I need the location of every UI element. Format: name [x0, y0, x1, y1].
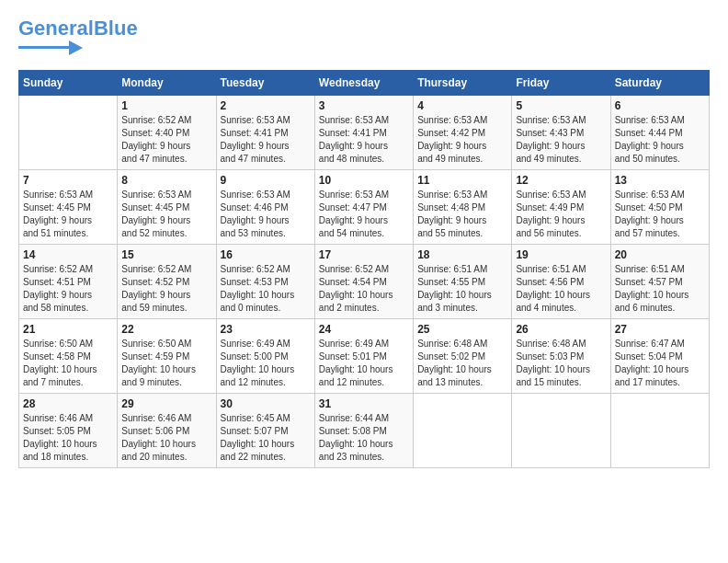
calendar-cell: 16Sunrise: 6:52 AM Sunset: 4:53 PM Dayli… [216, 245, 314, 319]
day-info: Sunrise: 6:46 AM Sunset: 5:06 PM Dayligh… [121, 412, 211, 464]
calendar-cell: 10Sunrise: 6:53 AM Sunset: 4:47 PM Dayli… [314, 170, 413, 245]
calendar-cell: 31Sunrise: 6:44 AM Sunset: 5:08 PM Dayli… [314, 394, 413, 468]
day-of-week-header: Sunday [19, 71, 118, 96]
day-number: 17 [319, 248, 409, 261]
calendar-cell [19, 96, 118, 170]
day-info: Sunrise: 6:53 AM Sunset: 4:41 PM Dayligh… [319, 114, 409, 166]
day-info: Sunrise: 6:53 AM Sunset: 4:46 PM Dayligh… [221, 189, 311, 240]
calendar-cell: 18Sunrise: 6:51 AM Sunset: 4:55 PM Dayli… [414, 245, 512, 319]
day-of-week-header: Saturday [610, 71, 709, 96]
day-number: 28 [23, 397, 113, 410]
calendar-body: 1Sunrise: 6:52 AM Sunset: 4:40 PM Daylig… [19, 96, 710, 468]
calendar-cell: 13Sunrise: 6:53 AM Sunset: 4:50 PM Dayli… [610, 170, 709, 245]
day-info: Sunrise: 6:48 AM Sunset: 5:03 PM Dayligh… [516, 338, 606, 389]
calendar-cell [414, 394, 512, 468]
calendar-cell [512, 394, 610, 468]
day-number: 5 [516, 99, 606, 112]
day-info: Sunrise: 6:44 AM Sunset: 5:08 PM Dayligh… [319, 412, 409, 464]
calendar-cell: 22Sunrise: 6:50 AM Sunset: 4:59 PM Dayli… [118, 319, 216, 394]
day-number: 19 [516, 248, 606, 261]
logo-general: General [18, 17, 94, 40]
day-info: Sunrise: 6:51 AM Sunset: 4:55 PM Dayligh… [417, 263, 507, 315]
day-info: Sunrise: 6:49 AM Sunset: 5:01 PM Dayligh… [319, 338, 409, 389]
day-of-week-header: Friday [512, 71, 610, 96]
day-info: Sunrise: 6:53 AM Sunset: 4:45 PM Dayligh… [121, 189, 211, 240]
day-number: 11 [417, 174, 507, 187]
day-info: Sunrise: 6:52 AM Sunset: 4:40 PM Dayligh… [121, 114, 211, 166]
logo-text: GeneralBlue [18, 18, 138, 39]
day-info: Sunrise: 6:46 AM Sunset: 5:05 PM Dayligh… [23, 412, 113, 464]
calendar-cell: 4Sunrise: 6:53 AM Sunset: 4:42 PM Daylig… [414, 96, 512, 170]
day-info: Sunrise: 6:53 AM Sunset: 4:45 PM Dayligh… [23, 189, 113, 240]
day-number: 12 [516, 174, 606, 187]
day-number: 18 [417, 248, 507, 261]
calendar-week-row: 21Sunrise: 6:50 AM Sunset: 4:58 PM Dayli… [19, 319, 710, 394]
calendar-cell: 1Sunrise: 6:52 AM Sunset: 4:40 PM Daylig… [118, 96, 216, 170]
calendar-cell: 2Sunrise: 6:53 AM Sunset: 4:41 PM Daylig… [216, 96, 314, 170]
day-info: Sunrise: 6:53 AM Sunset: 4:47 PM Dayligh… [319, 189, 409, 240]
calendar-cell: 5Sunrise: 6:53 AM Sunset: 4:43 PM Daylig… [512, 96, 610, 170]
calendar-cell: 14Sunrise: 6:52 AM Sunset: 4:51 PM Dayli… [19, 245, 118, 319]
calendar-cell: 17Sunrise: 6:52 AM Sunset: 4:54 PM Dayli… [314, 245, 413, 319]
calendar-cell: 12Sunrise: 6:53 AM Sunset: 4:49 PM Dayli… [512, 170, 610, 245]
calendar-cell: 25Sunrise: 6:48 AM Sunset: 5:02 PM Dayli… [414, 319, 512, 394]
day-info: Sunrise: 6:50 AM Sunset: 4:59 PM Dayligh… [121, 338, 211, 389]
day-number: 16 [221, 248, 311, 261]
calendar-week-row: 28Sunrise: 6:46 AM Sunset: 5:05 PM Dayli… [19, 394, 710, 468]
svg-rect-1 [18, 46, 72, 49]
day-info: Sunrise: 6:47 AM Sunset: 5:04 PM Dayligh… [615, 338, 705, 389]
day-number: 13 [615, 174, 705, 187]
day-number: 24 [319, 323, 409, 336]
day-number: 20 [615, 248, 705, 261]
day-info: Sunrise: 6:52 AM Sunset: 4:53 PM Dayligh… [221, 263, 311, 315]
day-info: Sunrise: 6:53 AM Sunset: 4:42 PM Dayligh… [417, 114, 507, 166]
calendar-cell: 26Sunrise: 6:48 AM Sunset: 5:03 PM Dayli… [512, 319, 610, 394]
calendar-cell: 11Sunrise: 6:53 AM Sunset: 4:48 PM Dayli… [414, 170, 512, 245]
day-info: Sunrise: 6:52 AM Sunset: 4:54 PM Dayligh… [319, 263, 409, 315]
day-number: 3 [319, 99, 409, 112]
calendar-cell: 29Sunrise: 6:46 AM Sunset: 5:06 PM Dayli… [118, 394, 216, 468]
day-number: 22 [121, 323, 211, 336]
logo-icon [18, 39, 83, 55]
calendar-week-row: 14Sunrise: 6:52 AM Sunset: 4:51 PM Dayli… [19, 245, 710, 319]
day-info: Sunrise: 6:53 AM Sunset: 4:50 PM Dayligh… [615, 189, 705, 240]
day-number: 6 [615, 99, 705, 112]
day-number: 21 [23, 323, 113, 336]
header-row: SundayMondayTuesdayWednesdayThursdayFrid… [19, 71, 710, 96]
day-number: 25 [417, 323, 507, 336]
day-number: 31 [319, 397, 409, 410]
day-of-week-header: Wednesday [314, 71, 413, 96]
day-info: Sunrise: 6:51 AM Sunset: 4:57 PM Dayligh… [615, 263, 705, 315]
logo-blue: Blue [94, 17, 138, 40]
day-info: Sunrise: 6:53 AM Sunset: 4:48 PM Dayligh… [417, 189, 507, 240]
calendar-cell: 28Sunrise: 6:46 AM Sunset: 5:05 PM Dayli… [19, 394, 118, 468]
day-number: 10 [319, 174, 409, 187]
calendar-cell: 19Sunrise: 6:51 AM Sunset: 4:56 PM Dayli… [512, 245, 610, 319]
calendar-cell: 7Sunrise: 6:53 AM Sunset: 4:45 PM Daylig… [19, 170, 118, 245]
day-info: Sunrise: 6:52 AM Sunset: 4:51 PM Dayligh… [23, 263, 113, 315]
day-info: Sunrise: 6:51 AM Sunset: 4:56 PM Dayligh… [516, 263, 606, 315]
day-number: 4 [417, 99, 507, 112]
day-info: Sunrise: 6:53 AM Sunset: 4:49 PM Dayligh… [516, 189, 606, 240]
day-info: Sunrise: 6:53 AM Sunset: 4:41 PM Dayligh… [221, 114, 311, 166]
calendar-cell: 23Sunrise: 6:49 AM Sunset: 5:00 PM Dayli… [216, 319, 314, 394]
day-info: Sunrise: 6:49 AM Sunset: 5:00 PM Dayligh… [221, 338, 311, 389]
day-number: 9 [221, 174, 311, 187]
day-info: Sunrise: 6:52 AM Sunset: 4:52 PM Dayligh… [121, 263, 211, 315]
day-number: 7 [23, 174, 113, 187]
day-info: Sunrise: 6:50 AM Sunset: 4:58 PM Dayligh… [23, 338, 113, 389]
calendar-cell: 27Sunrise: 6:47 AM Sunset: 5:04 PM Dayli… [610, 319, 709, 394]
day-number: 15 [121, 248, 211, 261]
day-info: Sunrise: 6:48 AM Sunset: 5:02 PM Dayligh… [417, 338, 507, 389]
calendar-cell: 30Sunrise: 6:45 AM Sunset: 5:07 PM Dayli… [216, 394, 314, 468]
calendar-cell [610, 394, 709, 468]
calendar-cell: 8Sunrise: 6:53 AM Sunset: 4:45 PM Daylig… [118, 170, 216, 245]
day-number: 29 [121, 397, 211, 410]
calendar-cell: 9Sunrise: 6:53 AM Sunset: 4:46 PM Daylig… [216, 170, 314, 245]
day-number: 8 [121, 174, 211, 187]
day-number: 14 [23, 248, 113, 261]
calendar-cell: 24Sunrise: 6:49 AM Sunset: 5:01 PM Dayli… [314, 319, 413, 394]
calendar-week-row: 1Sunrise: 6:52 AM Sunset: 4:40 PM Daylig… [19, 96, 710, 170]
calendar-header: SundayMondayTuesdayWednesdayThursdayFrid… [19, 71, 710, 96]
day-info: Sunrise: 6:53 AM Sunset: 4:43 PM Dayligh… [516, 114, 606, 166]
